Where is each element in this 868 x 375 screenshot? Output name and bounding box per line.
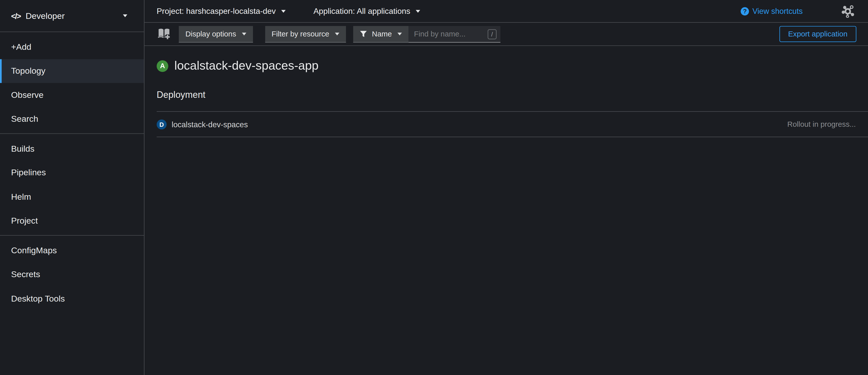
chevron-down-icon xyxy=(416,9,420,12)
name-filter-dropdown[interactable]: Name xyxy=(353,26,408,42)
chevron-down-icon xyxy=(281,9,286,12)
sidebar-item-secrets[interactable]: Secrets xyxy=(0,263,144,287)
topology-icon[interactable] xyxy=(841,5,855,18)
table-row[interactable]: D localstack-dev-spaces Rollout in progr… xyxy=(157,112,868,137)
chevron-down-icon xyxy=(242,32,246,35)
sidebar-item-label: +Add xyxy=(11,42,31,52)
sidebar-group-main: +Add Topology Observe Search xyxy=(0,32,144,134)
sidebar-item-label: Secrets xyxy=(11,270,40,280)
resource-status: Rollout in progress... xyxy=(787,120,856,128)
openshift-console: </> Developer +Add Topology Observe Sear… xyxy=(0,0,868,375)
sidebar-item-label: Helm xyxy=(11,192,31,202)
sidebar-item-builds[interactable]: Builds xyxy=(0,137,144,161)
view-shortcuts-label: View shortcuts xyxy=(752,6,803,15)
sidebar-item-label: Search xyxy=(11,114,38,124)
sidebar-item-label: Pipelines xyxy=(11,168,46,178)
help-icon: ? xyxy=(741,7,749,15)
sidebar-item-add[interactable]: +Add xyxy=(0,35,144,59)
project-selector-label: Project: harshcasper-localsta-dev xyxy=(157,6,276,15)
filter-by-resource-dropdown[interactable]: Filter by resource xyxy=(265,26,346,42)
filter-by-resource-label: Filter by resource xyxy=(272,30,329,38)
chevron-down-icon xyxy=(397,32,402,35)
sidebar-item-observe[interactable]: Observe xyxy=(0,83,144,107)
name-filter-label: Name xyxy=(372,30,392,38)
resource-list: D localstack-dev-spaces Rollout in progr… xyxy=(157,111,868,137)
main-area: Project: harshcasper-localsta-dev Applic… xyxy=(145,0,868,375)
display-options-label: Display options xyxy=(185,30,236,38)
sidebar-item-label: ConfigMaps xyxy=(11,245,57,255)
perspective-label: Developer xyxy=(26,11,123,21)
sidebar: </> Developer +Add Topology Observe Sear… xyxy=(0,0,145,375)
sidebar-item-label: Topology xyxy=(11,66,45,76)
sidebar-item-label: Project xyxy=(11,216,38,226)
find-by-name-input[interactable] xyxy=(408,26,500,42)
chevron-down-icon xyxy=(123,14,127,17)
sidebar-item-helm[interactable]: Helm xyxy=(0,185,144,209)
sidebar-item-label: Builds xyxy=(11,144,34,154)
context-bar: Project: harshcasper-localsta-dev Applic… xyxy=(145,0,868,23)
application-group-header: A localstack-dev-spaces-app xyxy=(157,59,868,73)
sidebar-item-topology[interactable]: Topology xyxy=(0,59,144,83)
code-icon: </> xyxy=(11,11,21,20)
sidebar-item-label: Desktop Tools xyxy=(11,294,65,304)
deployment-badge: D xyxy=(157,119,166,129)
application-badge: A xyxy=(157,60,168,72)
topology-list-view: A localstack-dev-spaces-app Deployment D… xyxy=(145,46,868,375)
sidebar-item-pipelines[interactable]: Pipelines xyxy=(0,161,144,185)
application-selector[interactable]: Application: All applications xyxy=(313,6,420,15)
resource-name: localstack-dev-spaces xyxy=(172,120,248,129)
sidebar-item-configmaps[interactable]: ConfigMaps xyxy=(0,238,144,263)
topology-toolbar: Display options Filter by resource Name xyxy=(145,23,868,46)
application-name: localstack-dev-spaces-app xyxy=(175,59,319,73)
chevron-down-icon xyxy=(335,32,339,35)
context-bar-right: ? View shortcuts xyxy=(741,5,868,18)
sidebar-item-desktop-tools[interactable]: Desktop Tools xyxy=(0,286,144,311)
perspective-switcher[interactable]: </> Developer xyxy=(0,0,144,32)
search-wrap: / xyxy=(408,26,500,42)
sidebar-group-build: Builds Pipelines Helm Project xyxy=(0,134,144,236)
name-filter-group: Name / xyxy=(353,26,500,42)
sidebar-item-search[interactable]: Search xyxy=(0,107,144,131)
sidebar-item-label: Observe xyxy=(11,90,43,100)
view-shortcuts-link[interactable]: ? View shortcuts xyxy=(741,6,803,15)
book-plus-icon[interactable] xyxy=(157,28,171,40)
application-selector-label: Application: All applications xyxy=(313,6,410,15)
sidebar-item-project[interactable]: Project xyxy=(0,209,144,233)
export-application-button[interactable]: Export application xyxy=(779,26,856,42)
sidebar-group-config: ConfigMaps Secrets Desktop Tools xyxy=(0,236,144,313)
funnel-icon xyxy=(360,30,367,37)
project-selector[interactable]: Project: harshcasper-localsta-dev xyxy=(157,6,286,15)
resource-kind-heading: Deployment xyxy=(157,90,868,100)
display-options-dropdown[interactable]: Display options xyxy=(179,26,253,42)
